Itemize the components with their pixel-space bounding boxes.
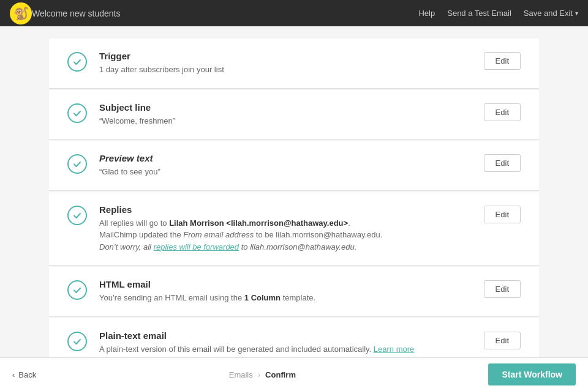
preview-text-content: Preview text “Glad to see you” [99, 153, 472, 178]
plain-text-email-title: Plain-text email [99, 330, 472, 341]
breadcrumb-emails: Emails [229, 370, 253, 379]
html-email-desc: You’re sending an HTML email using the 1… [99, 292, 472, 304]
html-email-title: HTML email [99, 279, 472, 289]
replies-section: Replies All replies will go to Lilah Mor… [49, 192, 539, 266]
help-link[interactable]: Help [418, 9, 435, 18]
breadcrumb-chevron: › [258, 370, 260, 379]
replies-forwarded-link[interactable]: replies will be forwarded [154, 242, 239, 251]
start-workflow-button[interactable]: Start Workflow [488, 363, 576, 385]
page-title: Welcome new students [32, 9, 418, 18]
trigger-desc: 1 day after subscribers join your list [99, 64, 472, 76]
chevron-left-icon: ‹ [12, 370, 15, 379]
plain-text-email-content: Plain-text email A plain-text version of… [99, 330, 472, 356]
breadcrumb-confirm: Confirm [265, 370, 296, 379]
preview-text-section: Preview text “Glad to see you” Edit [49, 141, 539, 191]
replies-desc: All replies will go to Lilah Morrison <l… [99, 217, 472, 253]
chevron-down-icon: ▾ [575, 10, 578, 17]
trigger-section: Trigger 1 day after subscribers join you… [49, 39, 539, 89]
main-content: Trigger 1 day after subscribers join you… [0, 26, 588, 357]
html-email-section: HTML email You’re sending an HTML email … [49, 267, 539, 317]
html-email-edit-button[interactable]: Edit [484, 280, 521, 298]
preview-text-desc: “Glad to see you” [99, 166, 472, 178]
learn-more-link[interactable]: Learn more [374, 344, 414, 354]
plain-text-edit-button[interactable]: Edit [484, 332, 521, 349]
plain-text-check-icon [67, 332, 87, 351]
save-exit-button[interactable]: Save and Exit ▾ [524, 9, 578, 18]
subject-line-check-icon [67, 103, 87, 123]
preview-text-check-icon [67, 154, 87, 174]
sections-wrapper: Trigger 1 day after subscribers join you… [49, 39, 539, 357]
trigger-title: Trigger [99, 51, 472, 61]
replies-title: Replies [99, 204, 472, 215]
breadcrumb: Emails › Confirm [36, 370, 488, 379]
header-nav: Help Send a Test Email Save and Exit ▾ [418, 9, 578, 18]
trigger-check-icon [67, 52, 87, 72]
html-email-content: HTML email You’re sending an HTML email … [99, 279, 472, 304]
preview-text-edit-button[interactable]: Edit [484, 154, 521, 172]
plain-text-email-section: Plain-text email A plain-text version of… [49, 318, 539, 358]
subject-line-desc: “Welcome, freshmen” [99, 115, 472, 127]
trigger-edit-button[interactable]: Edit [484, 52, 521, 70]
preview-text-title: Preview text [99, 153, 472, 163]
send-test-link[interactable]: Send a Test Email [447, 9, 511, 18]
subject-line-content: Subject line “Welcome, freshmen” [99, 102, 472, 127]
html-email-check-icon [67, 280, 87, 300]
replies-check-icon [67, 206, 87, 225]
footer: ‹ Back Emails › Confirm Start Workflow [0, 357, 588, 391]
mailchimp-logo: 🐒 [10, 2, 32, 24]
plain-text-email-desc: A plain-text version of this email will … [99, 343, 472, 356]
header: 🐒 Welcome new students Help Send a Test … [0, 0, 588, 26]
trigger-content: Trigger 1 day after subscribers join you… [99, 51, 472, 76]
subject-line-edit-button[interactable]: Edit [484, 103, 521, 121]
replies-edit-button[interactable]: Edit [484, 206, 521, 223]
subject-line-title: Subject line [99, 102, 472, 113]
replies-content: Replies All replies will go to Lilah Mor… [99, 204, 472, 253]
subject-line-section: Subject line “Welcome, freshmen” Edit [49, 90, 539, 140]
back-button[interactable]: ‹ Back [12, 370, 36, 379]
